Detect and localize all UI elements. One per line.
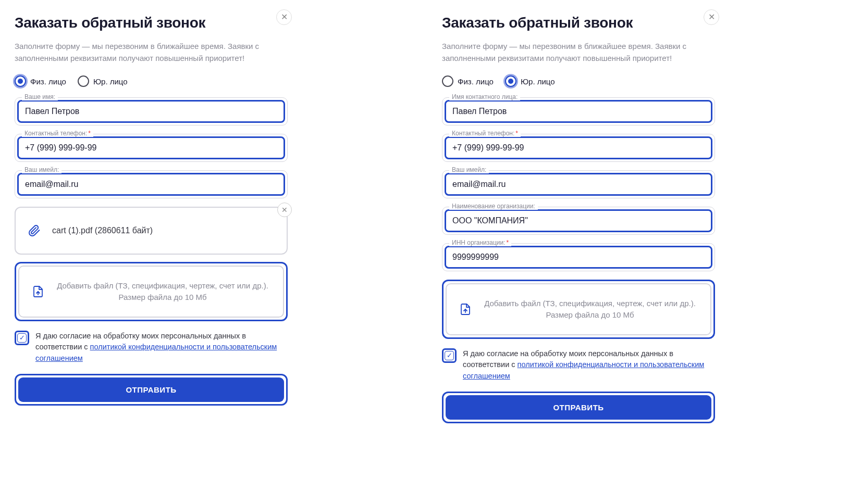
email-input[interactable] <box>445 173 712 196</box>
field-label: Ваш имейл: <box>22 166 61 173</box>
field-label: Имя контактного лица: <box>449 93 520 100</box>
name-input[interactable] <box>17 100 285 123</box>
consent-row: ✓ Я даю согласие на обработку моих персо… <box>15 331 288 364</box>
org-field-group: Наименование организации: <box>442 207 715 235</box>
consent-text: Я даю согласие на обработку моих персона… <box>463 348 715 382</box>
radio-label: Юр. лицо <box>521 77 555 86</box>
inn-input[interactable] <box>445 246 712 269</box>
radio-company[interactable]: Юр. лицо <box>505 75 555 87</box>
customer-type-radio-group: Физ. лицо Юр. лицо <box>15 75 288 87</box>
consent-checkbox[interactable]: ✓ <box>445 351 454 360</box>
close-button[interactable]: ✕ <box>704 9 719 25</box>
field-label: Ваш имейл: <box>449 166 489 173</box>
field-label: Контактный телефон:* <box>449 130 521 137</box>
phone-input[interactable] <box>17 136 285 159</box>
customer-type-radio-group: Физ. лицо Юр. лицо <box>442 75 715 87</box>
callback-modal-company: ✕ Заказать обратный звонок Заполните фор… <box>438 10 719 427</box>
consent-row: ✓ Я даю согласие на обработку моих персо… <box>442 348 715 382</box>
email-field-group: Ваш имейл: <box>442 170 715 198</box>
radio-icon <box>442 75 453 87</box>
phone-field-group: Контактный телефон:* <box>442 134 715 162</box>
consent-checkbox[interactable]: ✓ <box>17 333 27 343</box>
close-button[interactable]: ✕ <box>276 9 292 25</box>
close-icon: ✕ <box>281 13 288 21</box>
checkmark-icon: ✓ <box>447 351 452 359</box>
radio-company[interactable]: Юр. лицо <box>78 75 128 87</box>
close-icon: ✕ <box>281 206 288 214</box>
modal-subtitle: Заполните форму — мы перезвоним в ближай… <box>442 41 715 64</box>
radio-icon <box>15 75 26 87</box>
file-upload-icon <box>459 301 472 317</box>
radio-label: Физ. лицо <box>30 77 66 86</box>
field-label: Наименование организации: <box>449 203 538 210</box>
file-name: cart (1).pdf (2860611 байт) <box>52 226 153 235</box>
radio-icon <box>505 75 516 87</box>
submit-button[interactable]: ОТПРАВИТЬ <box>18 377 284 402</box>
upload-text: Добавить файл (ТЗ, спецификация, чертеж,… <box>482 298 698 321</box>
remove-file-button[interactable]: ✕ <box>277 203 292 217</box>
contact-name-input[interactable] <box>445 100 712 123</box>
checkmark-icon: ✓ <box>19 334 25 342</box>
callback-modal-individual: ✕ Заказать обратный звонок Заполните фор… <box>10 10 292 427</box>
field-label: Ваше имя: <box>22 93 58 100</box>
submit-button[interactable]: ОТПРАВИТЬ <box>446 395 711 420</box>
radio-label: Физ. лицо <box>458 77 494 86</box>
phone-input[interactable] <box>445 136 712 159</box>
radio-icon <box>78 75 89 87</box>
modal-title: Заказать обратный звонок <box>15 15 288 31</box>
upload-text: Добавить файл (ТЗ, спецификация, чертеж,… <box>55 280 270 303</box>
file-upload-icon <box>32 284 44 299</box>
field-label: Контактный телефон:* <box>22 130 93 137</box>
email-field-group: Ваш имейл: <box>15 170 288 198</box>
field-label: ИНН организации:* <box>449 239 511 246</box>
radio-individual[interactable]: Физ. лицо <box>15 75 66 87</box>
radio-individual[interactable]: Физ. лицо <box>442 75 494 87</box>
name-field-group: Ваше имя: <box>15 97 288 125</box>
modal-subtitle: Заполните форму — мы перезвоним в ближай… <box>15 41 288 64</box>
contact-name-field-group: Имя контактного лица: <box>442 97 715 125</box>
upload-area[interactable]: Добавить файл (ТЗ, спецификация, чертеж,… <box>442 280 715 339</box>
radio-label: Юр. лицо <box>93 77 128 86</box>
attached-file: ✕ cart (1).pdf (2860611 байт) <box>15 207 288 255</box>
modal-title: Заказать обратный звонок <box>442 15 715 31</box>
paperclip-icon <box>28 223 41 238</box>
consent-text: Я даю согласие на обработку моих персона… <box>35 331 288 364</box>
phone-field-group: Контактный телефон:* <box>15 134 288 162</box>
upload-area[interactable]: Добавить файл (ТЗ, спецификация, чертеж,… <box>15 262 288 321</box>
inn-field-group: ИНН организации:* <box>442 243 715 271</box>
email-input[interactable] <box>17 173 285 196</box>
close-icon: ✕ <box>708 13 715 21</box>
org-input[interactable] <box>445 209 712 232</box>
